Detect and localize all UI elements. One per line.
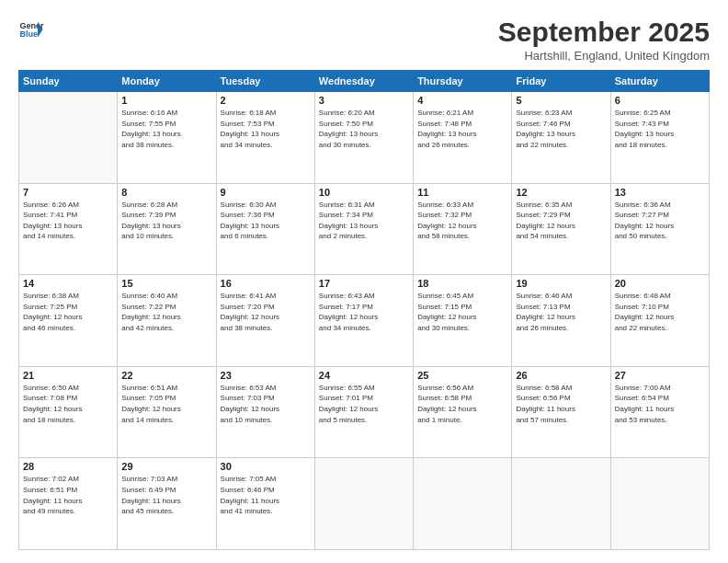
table-row: 29Sunrise: 7:03 AM Sunset: 6:49 PM Dayli…	[118, 458, 216, 550]
day-number: 29	[121, 461, 211, 472]
day-info: Sunrise: 6:50 AM Sunset: 7:08 PM Dayligh…	[23, 383, 113, 425]
calendar-week-row: 21Sunrise: 6:50 AM Sunset: 7:08 PM Dayli…	[19, 366, 710, 458]
calendar-header-row: Sunday Monday Tuesday Wednesday Thursday…	[19, 71, 710, 92]
day-number: 1	[121, 95, 211, 106]
day-info: Sunrise: 6:45 AM Sunset: 7:15 PM Dayligh…	[417, 291, 507, 333]
table-row: 25Sunrise: 6:56 AM Sunset: 6:58 PM Dayli…	[414, 366, 512, 458]
day-info: Sunrise: 6:33 AM Sunset: 7:32 PM Dayligh…	[417, 200, 507, 242]
col-friday: Friday	[512, 71, 610, 92]
day-number: 14	[23, 278, 113, 289]
day-number: 30	[221, 461, 311, 472]
day-info: Sunrise: 6:18 AM Sunset: 7:53 PM Dayligh…	[221, 108, 311, 150]
day-info: Sunrise: 6:31 AM Sunset: 7:34 PM Dayligh…	[319, 200, 409, 242]
table-row: 12Sunrise: 6:35 AM Sunset: 7:29 PM Dayli…	[512, 183, 610, 275]
day-info: Sunrise: 7:03 AM Sunset: 6:49 PM Dayligh…	[121, 474, 211, 516]
col-saturday: Saturday	[610, 71, 709, 92]
day-info: Sunrise: 6:40 AM Sunset: 7:22 PM Dayligh…	[121, 291, 211, 333]
table-row: 26Sunrise: 6:58 AM Sunset: 6:56 PM Dayli…	[512, 366, 610, 458]
table-row: 6Sunrise: 6:25 AM Sunset: 7:43 PM Daylig…	[610, 92, 709, 184]
calendar-table: Sunday Monday Tuesday Wednesday Thursday…	[18, 70, 710, 550]
table-row: 19Sunrise: 6:46 AM Sunset: 7:13 PM Dayli…	[512, 275, 610, 367]
table-row: 11Sunrise: 6:33 AM Sunset: 7:32 PM Dayli…	[414, 183, 512, 275]
table-row: 2Sunrise: 6:18 AM Sunset: 7:53 PM Daylig…	[216, 92, 314, 184]
table-row: 18Sunrise: 6:45 AM Sunset: 7:15 PM Dayli…	[414, 275, 512, 367]
table-row: 21Sunrise: 6:50 AM Sunset: 7:08 PM Dayli…	[19, 366, 118, 458]
day-info: Sunrise: 6:28 AM Sunset: 7:39 PM Dayligh…	[121, 200, 211, 242]
col-thursday: Thursday	[414, 71, 512, 92]
table-row: 24Sunrise: 6:55 AM Sunset: 7:01 PM Dayli…	[314, 366, 413, 458]
day-info: Sunrise: 6:36 AM Sunset: 7:27 PM Dayligh…	[615, 200, 705, 242]
day-info: Sunrise: 7:00 AM Sunset: 6:54 PM Dayligh…	[615, 383, 705, 425]
day-number: 19	[516, 278, 606, 289]
table-row: 1Sunrise: 6:16 AM Sunset: 7:55 PM Daylig…	[118, 92, 216, 184]
table-row: 28Sunrise: 7:02 AM Sunset: 6:51 PM Dayli…	[19, 458, 118, 550]
day-number: 17	[319, 278, 409, 289]
day-number: 23	[221, 370, 311, 381]
day-info: Sunrise: 6:23 AM Sunset: 7:46 PM Dayligh…	[516, 108, 606, 150]
day-number: 8	[121, 187, 211, 198]
table-row	[414, 458, 512, 550]
logo: General Blue	[18, 17, 46, 42]
table-row: 10Sunrise: 6:31 AM Sunset: 7:34 PM Dayli…	[314, 183, 413, 275]
table-row: 9Sunrise: 6:30 AM Sunset: 7:36 PM Daylig…	[216, 183, 314, 275]
table-row: 22Sunrise: 6:51 AM Sunset: 7:05 PM Dayli…	[118, 366, 216, 458]
table-row: 5Sunrise: 6:23 AM Sunset: 7:46 PM Daylig…	[512, 92, 610, 184]
table-row	[610, 458, 709, 550]
day-info: Sunrise: 6:43 AM Sunset: 7:17 PM Dayligh…	[319, 291, 409, 333]
month-title: September 2025	[498, 17, 710, 47]
calendar-week-row: 28Sunrise: 7:02 AM Sunset: 6:51 PM Dayli…	[19, 458, 710, 550]
day-info: Sunrise: 6:16 AM Sunset: 7:55 PM Dayligh…	[121, 108, 211, 150]
day-number: 24	[319, 370, 409, 381]
table-row: 3Sunrise: 6:20 AM Sunset: 7:50 PM Daylig…	[314, 92, 413, 184]
col-monday: Monday	[118, 71, 216, 92]
col-tuesday: Tuesday	[216, 71, 314, 92]
day-number: 16	[221, 278, 311, 289]
calendar-week-row: 1Sunrise: 6:16 AM Sunset: 7:55 PM Daylig…	[19, 92, 710, 184]
day-number: 15	[121, 278, 211, 289]
svg-text:Blue: Blue	[19, 29, 38, 39]
day-number: 11	[417, 187, 507, 198]
day-number: 21	[23, 370, 113, 381]
header: General Blue September 2025 Hartshill, E…	[18, 17, 710, 63]
day-number: 22	[121, 370, 211, 381]
day-number: 9	[221, 187, 311, 198]
calendar-week-row: 14Sunrise: 6:38 AM Sunset: 7:25 PM Dayli…	[19, 275, 710, 367]
day-info: Sunrise: 6:38 AM Sunset: 7:25 PM Dayligh…	[23, 291, 113, 333]
table-row: 8Sunrise: 6:28 AM Sunset: 7:39 PM Daylig…	[118, 183, 216, 275]
day-number: 27	[615, 370, 705, 381]
location: Hartshill, England, United Kingdom	[498, 49, 710, 63]
day-info: Sunrise: 6:21 AM Sunset: 7:48 PM Dayligh…	[417, 108, 507, 150]
day-info: Sunrise: 6:53 AM Sunset: 7:03 PM Dayligh…	[221, 383, 311, 425]
calendar-week-row: 7Sunrise: 6:26 AM Sunset: 7:41 PM Daylig…	[19, 183, 710, 275]
table-row: 15Sunrise: 6:40 AM Sunset: 7:22 PM Dayli…	[118, 275, 216, 367]
day-info: Sunrise: 6:25 AM Sunset: 7:43 PM Dayligh…	[615, 108, 705, 150]
day-number: 20	[615, 278, 705, 289]
table-row: 17Sunrise: 6:43 AM Sunset: 7:17 PM Dayli…	[314, 275, 413, 367]
day-info: Sunrise: 6:48 AM Sunset: 7:10 PM Dayligh…	[615, 291, 705, 333]
day-number: 6	[615, 95, 705, 106]
day-number: 28	[23, 461, 113, 472]
day-number: 12	[516, 187, 606, 198]
day-info: Sunrise: 6:30 AM Sunset: 7:36 PM Dayligh…	[221, 200, 311, 242]
page: General Blue September 2025 Hartshill, E…	[0, 0, 728, 563]
day-info: Sunrise: 6:26 AM Sunset: 7:41 PM Dayligh…	[23, 200, 113, 242]
table-row: 23Sunrise: 6:53 AM Sunset: 7:03 PM Dayli…	[216, 366, 314, 458]
table-row: 20Sunrise: 6:48 AM Sunset: 7:10 PM Dayli…	[610, 275, 709, 367]
table-row	[314, 458, 413, 550]
day-info: Sunrise: 7:02 AM Sunset: 6:51 PM Dayligh…	[23, 474, 113, 516]
title-block: September 2025 Hartshill, England, Unite…	[498, 17, 710, 63]
table-row	[512, 458, 610, 550]
day-number: 5	[516, 95, 606, 106]
day-info: Sunrise: 7:05 AM Sunset: 6:46 PM Dayligh…	[221, 474, 311, 516]
table-row: 13Sunrise: 6:36 AM Sunset: 7:27 PM Dayli…	[610, 183, 709, 275]
day-number: 10	[319, 187, 409, 198]
day-number: 3	[319, 95, 409, 106]
day-info: Sunrise: 6:55 AM Sunset: 7:01 PM Dayligh…	[319, 383, 409, 425]
table-row: 7Sunrise: 6:26 AM Sunset: 7:41 PM Daylig…	[19, 183, 118, 275]
day-info: Sunrise: 6:58 AM Sunset: 6:56 PM Dayligh…	[516, 383, 606, 425]
day-number: 18	[417, 278, 507, 289]
logo-icon: General Blue	[18, 17, 44, 42]
day-info: Sunrise: 6:35 AM Sunset: 7:29 PM Dayligh…	[516, 200, 606, 242]
col-wednesday: Wednesday	[314, 71, 413, 92]
table-row: 16Sunrise: 6:41 AM Sunset: 7:20 PM Dayli…	[216, 275, 314, 367]
